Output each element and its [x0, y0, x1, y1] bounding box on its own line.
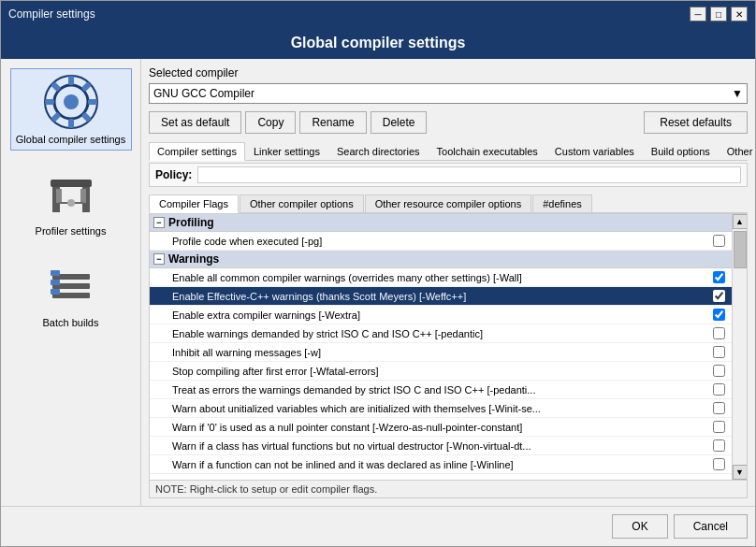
window-controls: ─ □ ✕: [690, 7, 748, 22]
tab-custom-variables[interactable]: Custom variables: [546, 142, 643, 160]
sidebar-item-global-compiler[interactable]: Global compiler settings: [10, 68, 132, 151]
svg-point-17: [67, 199, 75, 207]
svg-rect-7: [68, 119, 74, 128]
flag-row-wextra[interactable]: Enable extra compiler warnings [-Wextra]: [150, 306, 732, 324]
selected-compiler-label: Selected compiler: [149, 66, 238, 79]
checkbox-wextra[interactable]: [713, 309, 725, 321]
maximize-button[interactable]: □: [710, 7, 727, 22]
scroll-up-button[interactable]: ▲: [733, 214, 748, 229]
checkbox-pedantic[interactable]: [713, 327, 725, 339]
sidebar-label-profiler: Profiler settings: [36, 225, 107, 237]
svg-rect-15: [80, 189, 86, 203]
close-button[interactable]: ✕: [731, 7, 748, 22]
compiler-dropdown[interactable]: GNU GCC Compiler ▼: [149, 83, 748, 104]
flag-row-wfatal[interactable]: Stop compiling after first error [-Wfata…: [150, 362, 732, 381]
content-area: Global compiler settings Profiler settin…: [1, 59, 755, 506]
flag-row-profile-code[interactable]: Profile code when executed [-pg]: [150, 232, 732, 251]
collapse-profiling-btn[interactable]: −: [153, 217, 165, 228]
flag-row-winit[interactable]: Warn about unitialized variables which a…: [150, 399, 732, 418]
bottom-bar: OK Cancel: [1, 506, 755, 546]
checkbox-weffc[interactable]: [713, 290, 725, 302]
note-bar: NOTE: Right-click to setup or edit compi…: [150, 480, 747, 497]
flag-row-wpedanti[interactable]: Treat as errors the warnings demanded by…: [150, 381, 732, 399]
flags-scroll-area: − Profiling Profile code when executed […: [150, 214, 732, 480]
flag-row-weffc[interactable]: Enable Effective-C++ warnings (thanks Sc…: [150, 287, 732, 306]
sidebar-label-global: Global compiler settings: [16, 134, 125, 145]
sidebar-item-profiler[interactable]: Profiler settings: [10, 160, 132, 242]
main-header: Global compiler settings: [1, 27, 755, 59]
ok-button[interactable]: OK: [612, 514, 667, 539]
flag-row-wall[interactable]: Enable all common compiler warnings (ove…: [150, 268, 732, 287]
sub-tab-compiler-flags[interactable]: Compiler Flags: [149, 194, 239, 213]
checkbox-winit[interactable]: [713, 402, 725, 414]
sub-tab-defines[interactable]: #defines: [532, 194, 592, 212]
top-tabs-row: Compiler settings Linker settings Search…: [149, 141, 748, 161]
window-title: Compiler settings: [8, 7, 95, 21]
minimize-button[interactable]: ─: [690, 7, 706, 22]
checkbox-w[interactable]: [713, 346, 725, 358]
svg-rect-13: [51, 180, 92, 187]
tab-build-options[interactable]: Build options: [643, 142, 719, 160]
svg-rect-5: [88, 99, 97, 105]
flag-row-w[interactable]: Inhibit all warning messages [-w]: [150, 343, 732, 362]
compiler-dropdown-arrow: ▼: [732, 87, 743, 100]
checkbox-wnon-virtual[interactable]: [713, 439, 725, 452]
section-warnings: − Warnings: [150, 251, 732, 268]
rename-button[interactable]: Rename: [299, 111, 366, 134]
sub-tab-other-resource-options[interactable]: Other resource compiler options: [365, 194, 532, 212]
sub-tabs: Compiler Flags Other compiler options Ot…: [149, 194, 748, 213]
policy-label: Policy:: [155, 168, 192, 181]
compiler-settings-window: Compiler settings ─ □ ✕ Global compiler …: [0, 0, 756, 547]
checkbox-profile-code[interactable]: [713, 235, 725, 247]
copy-button[interactable]: Copy: [245, 111, 296, 134]
svg-rect-3: [68, 76, 74, 85]
policy-input[interactable]: [197, 166, 741, 183]
scroll-thumb[interactable]: [734, 231, 747, 268]
batch-icon: [43, 257, 99, 313]
tab-toolchain-executables[interactable]: Toolchain executables: [429, 142, 546, 160]
title-bar: Compiler settings ─ □ ✕: [1, 1, 755, 27]
collapse-warnings-btn[interactable]: −: [153, 253, 165, 265]
svg-rect-22: [51, 280, 60, 285]
tab-linker-settings[interactable]: Linker settings: [245, 142, 328, 160]
compiler-selector-row: GNU GCC Compiler ▼: [149, 83, 748, 104]
set-as-default-button[interactable]: Set as default: [149, 111, 241, 134]
toolbar-row: Set as default Copy Rename Delete Reset …: [149, 111, 748, 134]
sub-tab-other-compiler-options[interactable]: Other compiler options: [240, 194, 364, 212]
checkbox-winline[interactable]: [713, 458, 725, 470]
reset-defaults-button[interactable]: Reset defaults: [644, 111, 748, 134]
checkbox-wall[interactable]: [713, 271, 725, 283]
flag-row-wzero[interactable]: Warn if '0' is used as a null pointer co…: [150, 418, 732, 437]
flag-row-winline[interactable]: Warn if a function can not be inlined an…: [150, 455, 732, 474]
tab-other[interactable]: Other se...: [719, 142, 755, 160]
profiler-icon: [43, 166, 99, 222]
section-profiling: − Profiling: [150, 214, 732, 232]
flags-scroll-outer: − Profiling Profile code when executed […: [150, 214, 747, 480]
right-panel: Selected compiler GNU GCC Compiler ▼ Set…: [141, 59, 755, 506]
checkbox-wfatal[interactable]: [713, 365, 725, 377]
scroll-down-button[interactable]: ▼: [733, 465, 748, 480]
svg-rect-9: [45, 99, 54, 105]
svg-rect-23: [51, 289, 60, 295]
checkbox-wzero[interactable]: [713, 421, 725, 433]
flags-area: − Profiling Profile code when executed […: [149, 213, 748, 498]
svg-rect-14: [56, 189, 62, 203]
policy-row: Policy:: [149, 163, 748, 187]
cancel-button[interactable]: Cancel: [674, 514, 748, 539]
svg-point-2: [64, 94, 79, 109]
flag-row-pedantic[interactable]: Enable warnings demanded by strict ISO C…: [150, 324, 732, 343]
scrollbar-track: ▲ ▼: [732, 214, 747, 480]
tab-search-directories[interactable]: Search directories: [328, 142, 429, 160]
svg-rect-21: [51, 270, 60, 276]
flag-row-wnon-virtual[interactable]: Warn if a class has virtual functions bu…: [150, 437, 732, 455]
compiler-value: GNU GCC Compiler: [153, 87, 254, 100]
sidebar-item-batch[interactable]: Batch builds: [10, 252, 132, 334]
sidebar-label-batch: Batch builds: [43, 317, 99, 328]
tab-compiler-settings[interactable]: Compiler settings: [149, 142, 245, 161]
checkbox-wpedanti[interactable]: [713, 383, 725, 396]
global-compiler-icon: [43, 74, 99, 130]
sidebar: Global compiler settings Profiler settin…: [1, 59, 141, 506]
delete-button[interactable]: Delete: [371, 111, 428, 134]
